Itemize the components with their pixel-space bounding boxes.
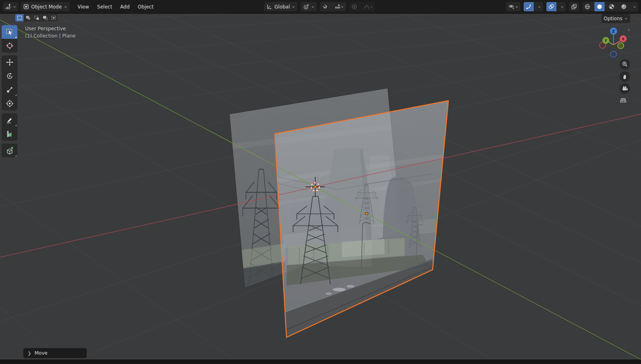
chevron-down-icon	[292, 5, 295, 8]
snap-increment-icon	[334, 4, 341, 10]
show-overlays-toggle[interactable]	[546, 2, 556, 11]
options-dropdown[interactable]: Options	[601, 14, 630, 23]
menu-object[interactable]: Object	[134, 3, 157, 11]
pan-hand-icon	[622, 73, 628, 80]
snap-settings-button[interactable]	[332, 2, 346, 11]
show-gizmos-toggle[interactable]	[524, 2, 534, 11]
scale-tool[interactable]	[2, 83, 17, 97]
select-invert-icon	[42, 15, 48, 20]
proportional-editing-controls	[349, 2, 375, 11]
tool-subtools-marker	[15, 36, 17, 38]
move-tool[interactable]	[2, 55, 17, 69]
sidebar-collapse-icon[interactable]: ‹	[628, 27, 630, 33]
viewport-3d-scene[interactable]: Y X Z	[0, 0, 641, 364]
editor-type-icon	[5, 4, 12, 10]
gizmo-neg-z-ball[interactable]	[611, 51, 617, 57]
annotate-tool[interactable]	[2, 113, 17, 127]
zoom-icon	[622, 61, 628, 68]
select-mode-new-button[interactable]	[15, 14, 23, 21]
select-extend-icon	[25, 15, 31, 20]
transform-tool[interactable]	[2, 97, 17, 110]
tool-subtools-marker	[15, 94, 17, 96]
chevron-down-icon	[13, 5, 16, 8]
scale-tool-icon	[6, 86, 14, 94]
menubar: View Select Add Object	[74, 3, 158, 11]
object-visibility-dropdown[interactable]	[506, 2, 520, 11]
chevron-down-icon	[624, 17, 628, 20]
chevron-down-icon	[311, 5, 314, 8]
cursor-tool[interactable]	[2, 39, 17, 53]
viewport-header: Object Mode View Select Add Object Globa…	[0, 0, 641, 14]
select-mode-subtract-button[interactable]	[32, 14, 40, 21]
show-gizmos-control	[524, 2, 543, 11]
snap-toggle-button[interactable]	[320, 2, 330, 11]
pivot-point-icon	[303, 4, 309, 10]
select-box-tool-icon	[6, 28, 14, 36]
measure-tool-icon	[6, 130, 14, 138]
move-tool-icon	[6, 58, 14, 66]
editor-type-button[interactable]	[3, 2, 18, 11]
proportional-editing-toggle[interactable]	[349, 2, 359, 11]
measure-tool[interactable]	[2, 127, 17, 141]
add-cube-tool[interactable]	[2, 144, 17, 157]
tool-shelf	[2, 25, 17, 157]
orientation-label: Global	[274, 4, 290, 10]
shading-wireframe-button[interactable]	[582, 2, 592, 11]
header-right-controls	[506, 2, 638, 11]
select-mode-row	[15, 14, 57, 21]
chevron-down-icon	[515, 5, 518, 8]
shading-wireframe-icon	[584, 4, 590, 10]
pivot-point-dropdown[interactable]	[301, 2, 317, 11]
snapping-controls	[320, 2, 346, 11]
shading-mode-group	[582, 2, 638, 11]
add-cube-tool-icon	[5, 146, 14, 155]
shading-rendered-button[interactable]	[619, 2, 629, 11]
camera-view-button[interactable]	[620, 83, 630, 94]
blender-window: Y X Z Object Mode	[0, 0, 641, 364]
proportional-falloff-button[interactable]	[361, 2, 375, 11]
menu-select[interactable]: Select	[93, 3, 116, 11]
chevron-down-icon	[64, 5, 67, 8]
pan-button[interactable]	[620, 71, 630, 82]
proportional-editing-icon	[351, 4, 357, 10]
menu-add[interactable]: Add	[116, 3, 134, 11]
breadcrumb: (1) Collection | Plane	[25, 33, 76, 39]
operator-label: Move	[34, 350, 47, 356]
operator-panel-move[interactable]: ❯ Move	[23, 348, 87, 358]
status-bar	[0, 360, 641, 364]
options-label: Options	[604, 16, 622, 21]
object-mode-icon	[23, 4, 29, 10]
object-origin-dot	[365, 212, 368, 215]
overlays-settings-button[interactable]	[558, 2, 566, 11]
chevron-down-icon	[633, 5, 636, 8]
mode-selector[interactable]: Object Mode	[21, 2, 70, 11]
select-mode-invert-button[interactable]	[41, 14, 49, 21]
xray-toggle-button[interactable]	[569, 2, 579, 11]
select-mode-extend-button[interactable]	[24, 14, 32, 21]
select-mode-intersect-button[interactable]	[49, 14, 57, 21]
gizmo-z-label: Z	[612, 29, 615, 34]
shading-material-button[interactable]	[607, 2, 617, 11]
shading-settings-button[interactable]	[631, 2, 638, 11]
gizmos-settings-button[interactable]	[536, 2, 543, 11]
chevron-down-icon	[538, 5, 541, 8]
snap-magnet-icon	[322, 4, 328, 10]
select-box-tool[interactable]	[2, 25, 17, 39]
tool-subtools-marker	[15, 125, 17, 126]
camera-view-icon	[622, 85, 628, 92]
gizmo-neg-y-ball[interactable]	[618, 43, 624, 49]
chevron-down-icon	[560, 5, 564, 8]
rotate-tool[interactable]	[2, 69, 17, 83]
zoom-button[interactable]	[620, 59, 630, 70]
header-center-controls: Global	[264, 2, 375, 11]
shading-solid-button[interactable]	[594, 2, 605, 11]
transform-orientation-dropdown[interactable]: Global	[264, 2, 297, 11]
select-subtract-icon	[34, 15, 39, 20]
visibility-icon	[508, 4, 515, 10]
xray-toggle-icon	[571, 4, 577, 10]
toggle-perspective-button[interactable]	[618, 95, 628, 106]
chevron-down-icon	[341, 5, 344, 8]
menu-view[interactable]: View	[74, 3, 93, 11]
cursor-tool-icon	[6, 42, 14, 50]
gizmos-toggle-icon	[526, 4, 532, 10]
